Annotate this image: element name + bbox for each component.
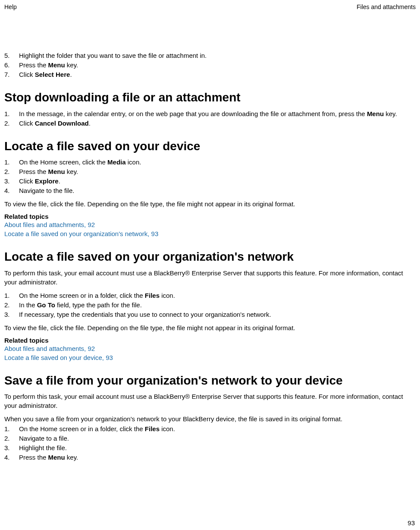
list-item: 4. Press the Menu key.: [4, 453, 410, 462]
list-item: 1. On the Home screen or in a folder, cl…: [4, 291, 410, 300]
related-topics-heading: Related topics: [4, 337, 410, 344]
note-paragraph: To view the file, click the file. Depend…: [4, 199, 410, 208]
step-text: On the Home screen or in a folder, click…: [19, 424, 410, 433]
list-item: 1. On the Home screen or in a folder, cl…: [4, 424, 410, 433]
list-item: 2. Click Cancel Download.: [4, 119, 410, 128]
step-number: 2.: [4, 167, 19, 176]
step-text: In the Go To field, type the path for th…: [19, 300, 410, 309]
list-item: 4. Navigate to the file.: [4, 186, 410, 195]
prerequisite-paragraph: To perform this task, your email account…: [4, 268, 410, 287]
step-text: If necessary, type the credentials that …: [19, 310, 410, 319]
steps-continuation: 5. Highlight the folder that you want to…: [4, 51, 410, 79]
list-item: 3. Highlight the file.: [4, 443, 410, 452]
steps-locate-device: 1. On the Home screen, click the Media i…: [4, 158, 410, 195]
steps-stop-download: 1. In the message, in the calendar entry…: [4, 109, 410, 128]
related-link[interactable]: About files and attachments, 92: [4, 344, 410, 353]
step-number: 2.: [4, 434, 19, 443]
step-number: 5.: [4, 51, 19, 60]
note-paragraph: When you save a file from your organizat…: [4, 414, 410, 423]
list-item: 1. In the message, in the calendar entry…: [4, 109, 410, 118]
step-text: Press the Menu key.: [19, 167, 410, 176]
step-text: In the message, in the calendar entry, o…: [19, 109, 410, 118]
list-item: 1. On the Home screen, click the Media i…: [4, 158, 410, 167]
steps-save-from-network: 1. On the Home screen or in a folder, cl…: [4, 424, 410, 462]
step-number: 1.: [4, 291, 19, 300]
header-right: Files and attachments: [357, 3, 416, 10]
related-link[interactable]: Locate a file saved on your device, 93: [4, 353, 410, 362]
list-item: 6. Press the Menu key.: [4, 60, 410, 69]
section-heading: Locate a file saved on your device: [4, 139, 410, 154]
step-text: Navigate to the file.: [19, 186, 410, 195]
step-text: Press the Menu key.: [19, 453, 410, 462]
page-header: Help Files and attachments: [0, 0, 420, 12]
section-heading: Save a file from your organization's net…: [4, 373, 410, 388]
step-number: 7.: [4, 70, 19, 79]
step-text: Press the Menu key.: [19, 60, 410, 69]
related-link[interactable]: Locate a file saved on your organization…: [4, 229, 410, 238]
step-text: Highlight the folder that you want to sa…: [19, 51, 410, 60]
step-number: 2.: [4, 300, 19, 309]
step-number: 3.: [4, 310, 19, 319]
list-item: 2. In the Go To field, type the path for…: [4, 300, 410, 309]
step-text: Click Select Here.: [19, 70, 410, 79]
page-content: 5. Highlight the folder that you want to…: [0, 12, 414, 462]
note-paragraph: To view the file, click the file. Depend…: [4, 323, 410, 332]
related-link[interactable]: About files and attachments, 92: [4, 220, 410, 229]
step-number: 3.: [4, 177, 19, 186]
list-item: 5. Highlight the folder that you want to…: [4, 51, 410, 60]
steps-locate-network: 1. On the Home screen or in a folder, cl…: [4, 291, 410, 319]
step-text: Highlight the file.: [19, 443, 410, 452]
step-number: 1.: [4, 158, 19, 167]
list-item: 2. Press the Menu key.: [4, 167, 410, 176]
step-text: Click Cancel Download.: [19, 119, 410, 128]
step-number: 6.: [4, 60, 19, 69]
list-item: 2. Navigate to a file.: [4, 434, 410, 443]
step-number: 4.: [4, 186, 19, 195]
step-number: 2.: [4, 119, 19, 128]
step-number: 3.: [4, 443, 19, 452]
step-text: Navigate to a file.: [19, 434, 410, 443]
step-text: Click Explore.: [19, 177, 410, 186]
related-topics-heading: Related topics: [4, 213, 410, 220]
section-heading: Stop downloading a file or an attachment: [4, 90, 410, 105]
page-number: 93: [407, 519, 415, 527]
header-left: Help: [4, 3, 17, 10]
list-item: 3. If necessary, type the credentials th…: [4, 310, 410, 319]
prerequisite-paragraph: To perform this task, your email account…: [4, 392, 410, 410]
step-number: 1.: [4, 424, 19, 433]
step-number: 4.: [4, 453, 19, 462]
step-text: On the Home screen or in a folder, click…: [19, 291, 410, 300]
section-heading: Locate a file saved on your organization…: [4, 249, 410, 264]
step-text: On the Home screen, click the Media icon…: [19, 158, 410, 167]
step-number: 1.: [4, 109, 19, 118]
list-item: 3. Click Explore.: [4, 177, 410, 186]
list-item: 7. Click Select Here.: [4, 70, 410, 79]
